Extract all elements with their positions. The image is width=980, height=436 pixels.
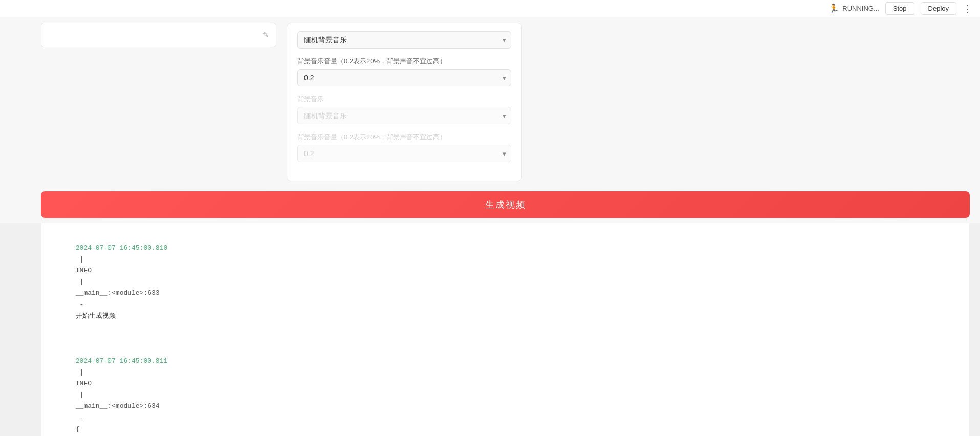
- bg-volume-label: 背景音乐音量（0.2表示20%，背景声音不宜过高）: [297, 57, 511, 66]
- left-panel: ✎: [41, 23, 276, 47]
- text-input-area: ✎: [41, 23, 276, 47]
- main-content: ✎ 随机背景音乐 ▾ 背景音乐音量（0.2表示20%，背景声音不宜过高） 0: [0, 17, 980, 436]
- top-section: ✎ 随机背景音乐 ▾ 背景音乐音量（0.2表示20%，背景声音不宜过高） 0: [0, 17, 980, 186]
- bg-music-disabled-select: 随机背景音乐: [297, 107, 511, 124]
- deploy-button[interactable]: Deploy: [921, 2, 956, 15]
- bg-music-disabled-label: 背景音乐: [297, 95, 511, 104]
- edit-icon[interactable]: ✎: [263, 31, 269, 39]
- bg-volume-select[interactable]: 0.2 0.1 0.3 0.4 0.5: [297, 69, 511, 86]
- bg-music-disabled-select-wrapper: 随机背景音乐 ▾: [297, 107, 511, 124]
- log-line-2: 2024-07-07 16:45:00.811 | INFO | __main_…: [52, 344, 959, 436]
- bg-music-select[interactable]: 随机背景音乐: [297, 31, 511, 49]
- bg-volume-disabled-label: 背景音乐音量（0.2表示20%，背景声音不宜过高）: [297, 133, 511, 142]
- bg-volume-disabled-select: 0.2: [297, 145, 511, 162]
- log-line-1: 2024-07-07 16:45:00.810 | INFO | __main_…: [52, 231, 959, 333]
- right-panel: 随机背景音乐 ▾ 背景音乐音量（0.2表示20%，背景声音不宜过高） 0.2 0…: [287, 23, 522, 181]
- menu-button[interactable]: ⋮: [963, 3, 972, 14]
- running-label: RUNNING...: [842, 5, 879, 12]
- bg-volume-disabled-group: 背景音乐音量（0.2表示20%，背景声音不宜过高） 0.2 ▾: [297, 133, 511, 162]
- bg-volume-disabled-select-wrapper: 0.2 ▾: [297, 145, 511, 162]
- runner-icon: 🏃: [828, 3, 839, 14]
- generate-btn-wrap: 生成视频: [0, 186, 980, 223]
- bg-volume-select-wrapper: 0.2 0.1 0.3 0.4 0.5 ▾: [297, 69, 511, 86]
- generate-button[interactable]: 生成视频: [41, 191, 970, 218]
- bg-volume-group: 背景音乐音量（0.2表示20%，背景声音不宜过高） 0.2 0.1 0.3 0.…: [297, 57, 511, 86]
- bg-music-select-wrapper: 随机背景音乐 ▾: [297, 31, 511, 49]
- top-bar: 🏃 RUNNING... Stop Deploy ⋮: [0, 0, 980, 17]
- running-indicator: 🏃 RUNNING...: [828, 3, 879, 14]
- log-area: 2024-07-07 16:45:00.810 | INFO | __main_…: [41, 223, 970, 436]
- bg-music-group: 随机背景音乐 ▾: [297, 31, 511, 49]
- stop-button[interactable]: Stop: [885, 2, 914, 15]
- bg-music-disabled-group: 背景音乐 随机背景音乐 ▾: [297, 95, 511, 124]
